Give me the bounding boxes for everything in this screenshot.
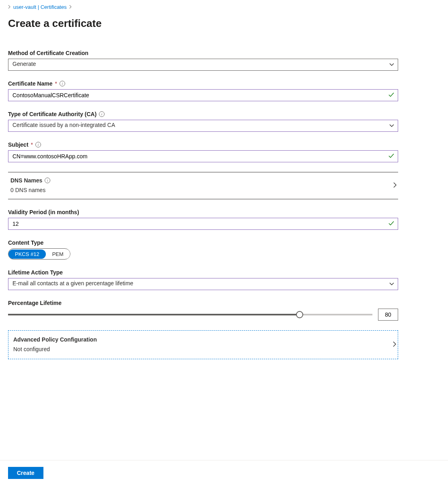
subject-input[interactable] <box>8 150 398 162</box>
cert-name-label: Certificate Name * i <box>8 80 440 87</box>
chevron-right-icon <box>8 4 11 10</box>
content-type-pkcs12[interactable]: PKCS #12 <box>8 250 46 259</box>
info-icon[interactable]: i <box>35 142 41 147</box>
advanced-policy-label: Advanced Policy Configuration <box>13 336 394 343</box>
content-type-label: Content Type <box>8 239 440 246</box>
content-type-toggle: PKCS #12 PEM <box>8 248 70 260</box>
percentage-lifetime-slider[interactable] <box>8 311 372 319</box>
subject-label: Subject * i <box>8 141 440 148</box>
lifetime-action-label: Lifetime Action Type <box>8 269 440 276</box>
info-icon[interactable]: i <box>99 111 105 117</box>
percentage-lifetime-label: Percentage Lifetime <box>8 300 440 306</box>
ca-type-select[interactable]: Certificate issued by a non-integrated C… <box>8 120 398 132</box>
slider-thumb[interactable] <box>296 311 303 318</box>
cert-name-input[interactable] <box>8 89 398 101</box>
info-icon[interactable]: i <box>60 81 65 86</box>
ca-type-label: Type of Certificate Authority (CA) i <box>8 111 440 117</box>
method-label: Method of Certificate Creation <box>8 50 440 56</box>
dns-names-label: DNS Names <box>10 177 42 184</box>
breadcrumb: user-vault | Certificates <box>8 4 440 10</box>
info-icon[interactable]: i <box>45 178 50 183</box>
chevron-right-icon <box>69 4 72 10</box>
dns-names-value: 0 DNS names <box>10 187 396 193</box>
advanced-policy-value: Not configured <box>13 346 394 352</box>
method-select[interactable]: Generate <box>8 59 398 71</box>
percentage-lifetime-value[interactable] <box>378 309 398 321</box>
lifetime-action-select[interactable]: E-mail all contacts at a given percentag… <box>8 278 398 290</box>
chevron-right-icon <box>393 182 397 189</box>
content-type-pem[interactable]: PEM <box>46 250 70 259</box>
dns-names-row[interactable]: DNS Names i 0 DNS names <box>8 172 398 199</box>
validity-input[interactable] <box>8 218 398 230</box>
page-title: Create a certificate <box>8 17 440 30</box>
validity-label: Validity Period (in months) <box>8 209 440 215</box>
chevron-right-icon <box>393 342 396 348</box>
advanced-policy-panel[interactable]: Advanced Policy Configuration Not config… <box>8 330 398 359</box>
breadcrumb-link[interactable]: user-vault | Certificates <box>13 4 67 10</box>
